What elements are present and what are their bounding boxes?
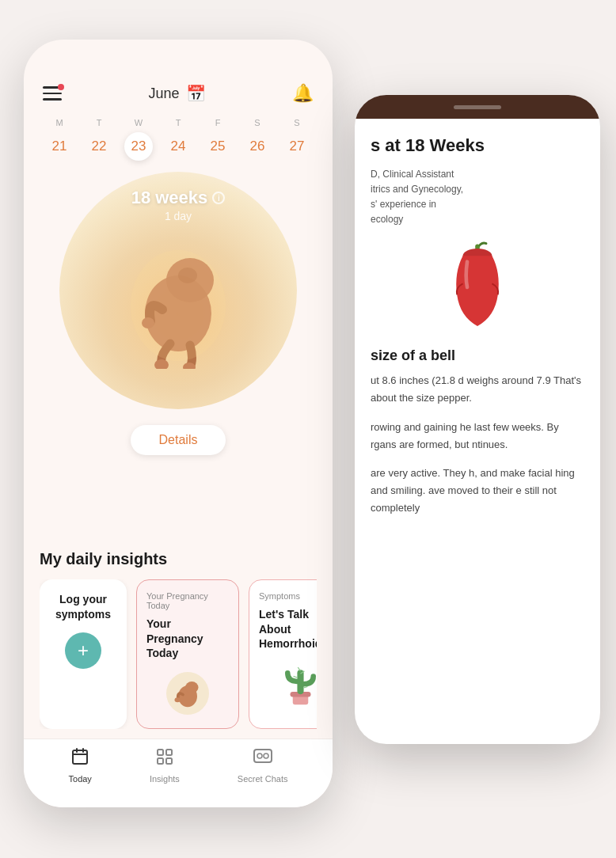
bell-icon[interactable]: 🔔: [292, 83, 314, 104]
bottom-nav: Today Insights: [24, 738, 333, 807]
today-nav-label: Today: [69, 774, 92, 784]
svg-point-27: [257, 754, 262, 758]
day-label: T: [176, 118, 181, 127]
day-col-thu[interactable]: T 24: [164, 118, 192, 161]
log-card-title: Log your symptoms: [49, 592, 117, 621]
day-num: 26: [243, 132, 272, 161]
pregnancy-today-card[interactable]: Your Pregnancy Today Your Pregnancy Toda…: [136, 579, 239, 729]
secret-chats-nav-icon: [253, 747, 273, 771]
log-symptoms-card[interactable]: Log your symptoms +: [40, 579, 127, 729]
phone-article: s at 18 Weeks D, Clinical Assistant itri…: [355, 95, 600, 744]
current-month: June: [148, 85, 179, 102]
day-col-tue[interactable]: T 22: [85, 118, 113, 161]
svg-rect-24: [158, 758, 163, 764]
svg-point-28: [264, 754, 268, 758]
nav-secret-chats[interactable]: Secret Chats: [238, 747, 288, 784]
day-label: S: [294, 118, 299, 127]
svg-line-16: [293, 676, 297, 678]
day-num: 22: [85, 132, 113, 161]
header-center: June 📅: [148, 84, 205, 103]
menu-button[interactable]: [43, 86, 62, 101]
insights-section: My daily insights Log your symptoms + Yo…: [24, 537, 333, 738]
svg-point-4: [154, 359, 169, 369]
day-label: S: [254, 118, 260, 127]
symptoms-card-category: Symptoms: [259, 591, 317, 601]
day-label: T: [97, 118, 102, 127]
day-label: W: [135, 118, 143, 127]
svg-point-9: [185, 681, 199, 693]
article-notch: [454, 105, 501, 109]
notification-dot: [58, 84, 64, 90]
article-body: ut 8.6 inches (21.8 d weighs around 7.9 …: [371, 372, 584, 517]
details-button[interactable]: Details: [131, 425, 226, 455]
symptoms-card[interactable]: Symptoms Let's Talk About Hemorrhoids: [249, 579, 317, 729]
day-num-today: 23: [124, 132, 153, 161]
nav-today[interactable]: Today: [69, 747, 92, 784]
svg-rect-22: [158, 750, 163, 755]
day-num: 21: [45, 132, 74, 161]
article-author: D, Clinical Assistant itrics and Gynecol…: [371, 167, 584, 228]
header: June 📅 🔔: [24, 40, 333, 112]
symptoms-card-image: [275, 657, 318, 708]
svg-rect-18: [73, 750, 87, 764]
svg-rect-25: [166, 758, 172, 764]
article-size-label: size of a bell: [371, 347, 584, 364]
pregnancy-card-image: [164, 670, 211, 717]
day-num: 25: [203, 132, 232, 161]
bell-pepper-illustration: [438, 240, 517, 335]
insights-title: My daily insights: [40, 550, 317, 568]
calendar-icon[interactable]: 📅: [186, 84, 206, 103]
day-col-mon[interactable]: M 21: [45, 118, 74, 161]
days-label: 1 day: [165, 210, 192, 222]
fetus-circle: 18 weeks i 1 day: [59, 172, 297, 409]
fetus-area: 18 weeks i 1 day: [24, 164, 333, 537]
fetus-illustration: [99, 226, 257, 369]
day-num: 27: [283, 132, 311, 161]
day-label: M: [55, 118, 63, 127]
day-col-sun[interactable]: S 27: [283, 118, 311, 161]
day-label: F: [215, 118, 221, 127]
day-col-fri[interactable]: F 25: [203, 118, 232, 161]
article-header: [355, 95, 600, 119]
insights-cards: Log your symptoms + Your Pregnancy Today…: [40, 579, 317, 729]
day-col-wed[interactable]: W 23: [124, 118, 153, 161]
pregnancy-card-title: Your Pregnancy Today: [146, 617, 229, 660]
insights-nav-label: Insights: [150, 774, 180, 784]
phone-main: June 📅 🔔 M 21 T 22 W 23 T 24: [24, 40, 333, 807]
svg-rect-23: [166, 750, 172, 755]
week-calendar: M 21 T 22 W 23 T 24 F 25 S 26: [24, 112, 333, 164]
symptoms-card-title: Let's Talk About Hemorrhoids: [259, 607, 317, 651]
nav-insights[interactable]: Insights: [150, 747, 180, 784]
svg-line-17: [303, 686, 307, 688]
svg-point-10: [175, 697, 181, 702]
day-num: 24: [164, 132, 192, 161]
weeks-label: 18 weeks i: [131, 188, 226, 208]
svg-point-6: [131, 250, 226, 361]
add-symptom-button[interactable]: +: [65, 632, 101, 669]
insights-nav-icon: [155, 747, 174, 771]
info-icon[interactable]: i: [212, 192, 225, 204]
article-title: s at 18 Weeks: [371, 135, 584, 158]
day-col-sat[interactable]: S 26: [243, 118, 272, 161]
today-nav-icon: [70, 747, 89, 771]
article-content: s at 18 Weeks D, Clinical Assistant itri…: [355, 119, 600, 744]
pregnancy-card-category: Your Pregnancy Today: [146, 591, 229, 610]
secret-chats-nav-label: Secret Chats: [238, 774, 288, 784]
